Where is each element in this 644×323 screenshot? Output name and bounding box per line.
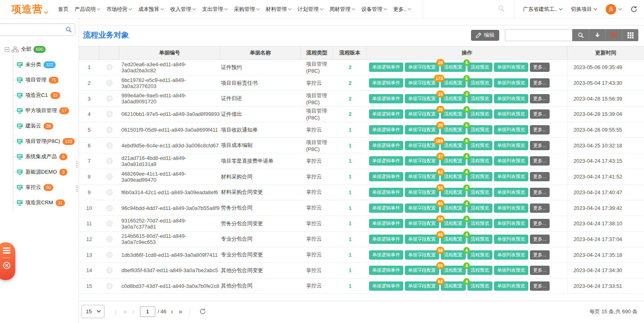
tree-expander-icon[interactable] bbox=[5, 47, 9, 52]
flow-config-button[interactable]: 流程配置 4 bbox=[441, 281, 466, 291]
more-button[interactable]: 更多... bbox=[530, 125, 550, 134]
logic-event-button[interactable]: 单据逻辑事件 bbox=[369, 219, 403, 228]
more-button[interactable]: 更多... bbox=[530, 250, 550, 260]
more-button[interactable]: 更多... bbox=[530, 78, 550, 88]
row-select-radio[interactable] bbox=[106, 220, 113, 227]
logic-event-button[interactable]: 单据逻辑事件 bbox=[369, 94, 403, 103]
row-select-radio[interactable] bbox=[106, 252, 113, 258]
flow-config-button[interactable]: 流程配置 4 bbox=[441, 94, 466, 103]
list-preview-button[interactable]: 单据列表预览 bbox=[494, 219, 528, 228]
row-select-radio[interactable] bbox=[106, 158, 113, 164]
flow-preview-button[interactable]: 流程预览 bbox=[467, 78, 492, 88]
app-logo[interactable]: 项造营 bbox=[0, 2, 57, 16]
list-preview-button[interactable]: 单据列表预览 bbox=[494, 203, 528, 213]
list-preview-button[interactable]: 单据列表预览 bbox=[494, 63, 528, 72]
search-icon[interactable] bbox=[498, 5, 505, 14]
current-page-input[interactable] bbox=[140, 306, 155, 317]
switch-project-selector[interactable]: 切换项目 bbox=[571, 6, 597, 13]
list-preview-button[interactable]: 单据列表预览 bbox=[494, 172, 528, 181]
flow-preview-button[interactable]: 流程预览 bbox=[467, 203, 492, 213]
logic-event-button[interactable]: 单据逻辑事件 bbox=[369, 141, 403, 150]
row-select-radio[interactable] bbox=[106, 205, 113, 211]
logic-event-button[interactable]: 单据逻辑事件 bbox=[369, 125, 403, 134]
flow-preview-button[interactable]: 流程预览 bbox=[467, 141, 492, 150]
flow-config-button[interactable]: 流程配置 4 bbox=[441, 63, 466, 72]
row-select-radio[interactable] bbox=[106, 283, 113, 289]
field-config-button[interactable]: 单据字段配置 189 bbox=[405, 141, 439, 150]
list-preview-button[interactable]: 单据列表预览 bbox=[494, 78, 528, 88]
user-menu[interactable]: 员 bbox=[606, 4, 622, 15]
field-config-button[interactable]: 单据字段配置 16 bbox=[405, 94, 439, 103]
close-circle-icon[interactable] bbox=[2, 261, 11, 270]
logic-event-button[interactable]: 单据逻辑事件 bbox=[369, 188, 403, 197]
refresh-icon[interactable] bbox=[630, 6, 638, 13]
menu-item[interactable]: 周材管理 bbox=[329, 4, 356, 15]
tree-node-category[interactable]: 系统集成产品 9 bbox=[13, 149, 79, 164]
list-preview-button[interactable]: 单据列表预览 bbox=[494, 141, 528, 150]
list-preview-button[interactable]: 单据列表预览 bbox=[494, 235, 528, 244]
row-select-radio[interactable] bbox=[106, 96, 113, 102]
edit-button[interactable]: 编辑 bbox=[471, 30, 499, 41]
row-select-radio[interactable] bbox=[106, 174, 113, 180]
flow-config-button[interactable]: 流程配置 4 bbox=[441, 156, 466, 166]
menu-hamburger-icon[interactable] bbox=[3, 247, 10, 255]
field-config-button[interactable]: 单据字段配置 20 bbox=[405, 125, 439, 134]
more-button[interactable]: 更多... bbox=[530, 235, 550, 244]
flow-preview-button[interactable]: 流程预览 bbox=[467, 266, 492, 275]
list-view-button[interactable] bbox=[605, 29, 622, 41]
sidebar-search-input[interactable] bbox=[0, 23, 75, 36]
last-page-button[interactable]: » bbox=[176, 308, 185, 315]
tree-node-category[interactable]: 项目管理 71 bbox=[13, 72, 79, 88]
current-project-selector[interactable]: 广东省建筑工.. bbox=[523, 6, 563, 13]
flow-config-button[interactable]: 流程配置 4 bbox=[441, 235, 466, 244]
more-button[interactable]: 更多... bbox=[530, 109, 550, 119]
row-select-radio[interactable] bbox=[106, 143, 113, 149]
flow-config-button[interactable]: 流程配置 4 bbox=[441, 188, 466, 197]
list-preview-button[interactable]: 单据列表预览 bbox=[494, 188, 528, 197]
logic-event-button[interactable]: 单据逻辑事件 bbox=[369, 235, 403, 244]
more-button[interactable]: 更多... bbox=[530, 219, 550, 228]
logic-event-button[interactable]: 单据逻辑事件 bbox=[369, 250, 403, 260]
field-config-button[interactable]: 单据字段配置 62 bbox=[405, 172, 439, 181]
flow-config-button[interactable]: 流程配置 4 bbox=[441, 109, 466, 119]
flow-config-button[interactable]: 流程配置 4 bbox=[441, 250, 466, 260]
row-select-radio[interactable] bbox=[106, 64, 113, 70]
logic-event-button[interactable]: 单据逻辑事件 bbox=[369, 203, 403, 213]
row-select-radio[interactable] bbox=[106, 189, 113, 195]
field-config-button[interactable]: 单据字段配置 20 bbox=[405, 63, 439, 72]
download-button[interactable] bbox=[589, 29, 605, 41]
next-page-button[interactable]: › bbox=[168, 308, 176, 315]
flow-preview-button[interactable]: 流程预览 bbox=[467, 63, 492, 72]
menu-item[interactable]: 设备管理 bbox=[361, 4, 388, 15]
row-select-radio[interactable] bbox=[106, 80, 113, 86]
field-config-button[interactable]: 单据字段配置 56 bbox=[405, 188, 439, 197]
more-button[interactable]: 更多... bbox=[530, 266, 550, 275]
table-search-input[interactable] bbox=[505, 29, 572, 41]
field-config-button[interactable]: 单据字段配置 58 bbox=[405, 250, 439, 260]
menu-item[interactable]: 首页 bbox=[57, 4, 69, 15]
tree-node-category[interactable]: 甲方项目管理 17 bbox=[13, 103, 79, 118]
flow-config-button[interactable]: 流程配置 4 bbox=[441, 125, 466, 134]
tree-node-category[interactable]: 项造营C1 33 bbox=[13, 88, 79, 103]
more-button[interactable]: 更多... bbox=[530, 281, 550, 291]
list-preview-button[interactable]: 单据列表预览 bbox=[494, 250, 528, 260]
menu-item[interactable]: 更多.. bbox=[392, 4, 412, 15]
logic-event-button[interactable]: 单据逻辑事件 bbox=[369, 156, 403, 166]
more-button[interactable]: 更多... bbox=[530, 203, 550, 213]
field-config-button[interactable]: 单据字段配置 65 bbox=[405, 235, 439, 244]
avatar[interactable]: 员 bbox=[606, 4, 616, 15]
flow-preview-button[interactable]: 流程预览 bbox=[467, 250, 492, 260]
tree-node-category[interactable]: 新能源DEMO 3 bbox=[13, 164, 79, 180]
more-button[interactable]: 更多... bbox=[530, 156, 550, 166]
row-select-radio[interactable] bbox=[106, 127, 113, 133]
tree-node-category[interactable]: 项目管理(P8C) 132 bbox=[13, 134, 79, 149]
tree-node-category[interactable]: 掌控云 50 bbox=[13, 180, 79, 195]
field-config-button[interactable]: 单据字段配置 173 bbox=[405, 78, 439, 88]
more-button[interactable]: 更多... bbox=[530, 63, 550, 72]
tree-node-category[interactable]: 建装云 38 bbox=[13, 118, 79, 134]
row-select-radio[interactable] bbox=[106, 111, 113, 117]
first-page-button[interactable]: « bbox=[121, 308, 130, 315]
menu-item[interactable]: 市场经营 bbox=[106, 4, 133, 15]
menu-item[interactable]: 采购管理 bbox=[233, 4, 261, 15]
list-preview-button[interactable]: 单据列表预览 bbox=[494, 266, 528, 275]
